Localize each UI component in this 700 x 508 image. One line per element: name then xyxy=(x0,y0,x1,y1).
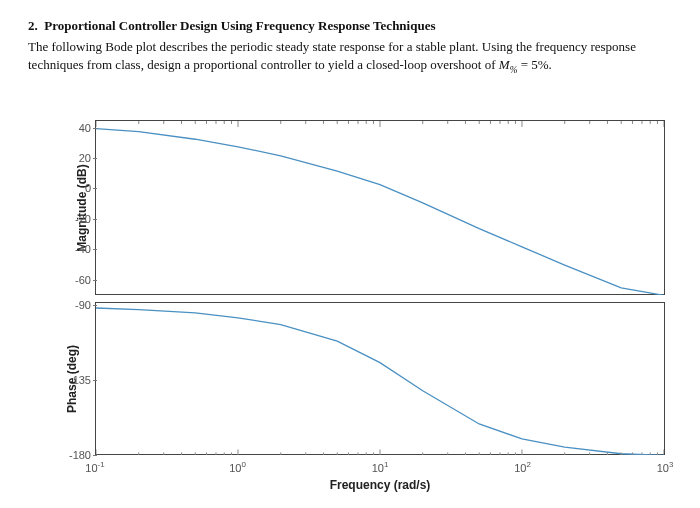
question-number: 2. xyxy=(28,18,38,33)
frequency-tick: 100 xyxy=(229,460,246,474)
phase-curve xyxy=(96,303,664,455)
overshoot-eq: = 5%. xyxy=(517,57,551,72)
frequency-tick: 103 xyxy=(657,460,674,474)
bode-plot: Magnitude (dB) Phase (deg) 10-1100101102… xyxy=(95,120,665,480)
magnitude-tick: -60 xyxy=(63,274,91,286)
magnitude-tick: -40 xyxy=(63,243,91,255)
frequency-tick: 10-1 xyxy=(85,460,104,474)
question-title: Proportional Controller Design Using Fre… xyxy=(44,18,435,33)
phase-tick: -135 xyxy=(63,374,91,386)
magnitude-tick: 0 xyxy=(63,182,91,194)
phase-tick: -180 xyxy=(63,449,91,461)
magnitude-tick: 40 xyxy=(63,122,91,134)
magnitude-tick: -20 xyxy=(63,213,91,225)
x-tick-row: 10-1100101102103 xyxy=(95,460,665,476)
magnitude-axis-label: Magnitude (dB) xyxy=(75,164,89,251)
phase-tick: -90 xyxy=(63,299,91,311)
phase-panel: Phase (deg) xyxy=(95,302,665,455)
overshoot-var: M xyxy=(499,57,510,72)
magnitude-tick: 20 xyxy=(63,152,91,164)
frequency-tick: 101 xyxy=(372,460,389,474)
frequency-tick: 102 xyxy=(514,460,531,474)
magnitude-curve xyxy=(96,121,664,295)
x-axis-label: Frequency (rad/s) xyxy=(95,478,665,492)
magnitude-panel: Magnitude (dB) xyxy=(95,120,665,295)
question-body: The following Bode plot describes the pe… xyxy=(28,38,672,76)
question-heading: 2. Proportional Controller Design Using … xyxy=(28,18,672,34)
